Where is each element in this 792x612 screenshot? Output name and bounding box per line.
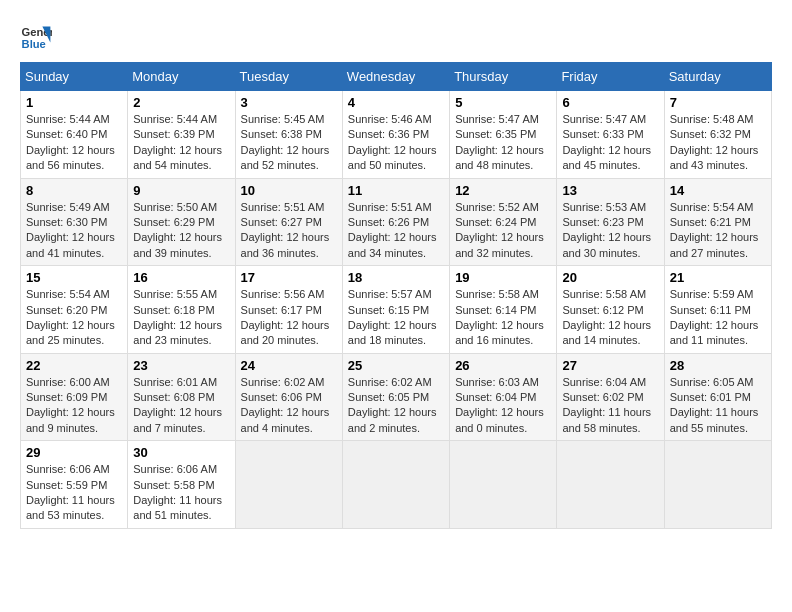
day-info: Sunrise: 5:58 AM Sunset: 6:14 PM Dayligh…	[455, 287, 551, 349]
day-number: 15	[26, 270, 122, 285]
day-info: Sunrise: 6:06 AM Sunset: 5:59 PM Dayligh…	[26, 462, 122, 524]
logo-icon: General Blue	[20, 20, 52, 52]
day-info: Sunrise: 6:03 AM Sunset: 6:04 PM Dayligh…	[455, 375, 551, 437]
calendar-week-4: 22 Sunrise: 6:00 AM Sunset: 6:09 PM Dayl…	[21, 353, 772, 441]
calendar-cell: 28 Sunrise: 6:05 AM Sunset: 6:01 PM Dayl…	[664, 353, 771, 441]
day-info: Sunrise: 5:44 AM Sunset: 6:40 PM Dayligh…	[26, 112, 122, 174]
day-info: Sunrise: 6:02 AM Sunset: 6:06 PM Dayligh…	[241, 375, 337, 437]
day-info: Sunrise: 5:51 AM Sunset: 6:27 PM Dayligh…	[241, 200, 337, 262]
day-number: 7	[670, 95, 766, 110]
day-info: Sunrise: 5:55 AM Sunset: 6:18 PM Dayligh…	[133, 287, 229, 349]
calendar-cell: 8 Sunrise: 5:49 AM Sunset: 6:30 PM Dayli…	[21, 178, 128, 266]
calendar-cell: 20 Sunrise: 5:58 AM Sunset: 6:12 PM Dayl…	[557, 266, 664, 354]
calendar-cell: 26 Sunrise: 6:03 AM Sunset: 6:04 PM Dayl…	[450, 353, 557, 441]
day-number: 4	[348, 95, 444, 110]
day-number: 28	[670, 358, 766, 373]
day-number: 30	[133, 445, 229, 460]
day-number: 22	[26, 358, 122, 373]
calendar-cell: 7 Sunrise: 5:48 AM Sunset: 6:32 PM Dayli…	[664, 91, 771, 179]
day-info: Sunrise: 5:58 AM Sunset: 6:12 PM Dayligh…	[562, 287, 658, 349]
calendar-cell	[557, 441, 664, 529]
day-number: 8	[26, 183, 122, 198]
calendar-cell: 17 Sunrise: 5:56 AM Sunset: 6:17 PM Dayl…	[235, 266, 342, 354]
day-info: Sunrise: 5:56 AM Sunset: 6:17 PM Dayligh…	[241, 287, 337, 349]
calendar-cell: 9 Sunrise: 5:50 AM Sunset: 6:29 PM Dayli…	[128, 178, 235, 266]
day-number: 19	[455, 270, 551, 285]
calendar-cell: 13 Sunrise: 5:53 AM Sunset: 6:23 PM Dayl…	[557, 178, 664, 266]
calendar-cell	[342, 441, 449, 529]
day-info: Sunrise: 5:45 AM Sunset: 6:38 PM Dayligh…	[241, 112, 337, 174]
day-info: Sunrise: 5:46 AM Sunset: 6:36 PM Dayligh…	[348, 112, 444, 174]
calendar-cell: 4 Sunrise: 5:46 AM Sunset: 6:36 PM Dayli…	[342, 91, 449, 179]
weekday-header-sunday: Sunday	[21, 63, 128, 91]
day-number: 5	[455, 95, 551, 110]
day-number: 2	[133, 95, 229, 110]
day-info: Sunrise: 5:53 AM Sunset: 6:23 PM Dayligh…	[562, 200, 658, 262]
weekday-header-monday: Monday	[128, 63, 235, 91]
weekday-header-tuesday: Tuesday	[235, 63, 342, 91]
calendar-cell	[235, 441, 342, 529]
calendar-cell: 14 Sunrise: 5:54 AM Sunset: 6:21 PM Dayl…	[664, 178, 771, 266]
calendar-cell: 30 Sunrise: 6:06 AM Sunset: 5:58 PM Dayl…	[128, 441, 235, 529]
day-number: 29	[26, 445, 122, 460]
weekday-header-thursday: Thursday	[450, 63, 557, 91]
day-number: 21	[670, 270, 766, 285]
calendar-cell	[664, 441, 771, 529]
day-number: 12	[455, 183, 551, 198]
day-number: 1	[26, 95, 122, 110]
header-row: SundayMondayTuesdayWednesdayThursdayFrid…	[21, 63, 772, 91]
day-number: 3	[241, 95, 337, 110]
calendar-week-5: 29 Sunrise: 6:06 AM Sunset: 5:59 PM Dayl…	[21, 441, 772, 529]
calendar-cell: 10 Sunrise: 5:51 AM Sunset: 6:27 PM Dayl…	[235, 178, 342, 266]
day-info: Sunrise: 5:47 AM Sunset: 6:33 PM Dayligh…	[562, 112, 658, 174]
day-number: 24	[241, 358, 337, 373]
day-info: Sunrise: 5:49 AM Sunset: 6:30 PM Dayligh…	[26, 200, 122, 262]
header: General Blue	[20, 20, 772, 52]
day-info: Sunrise: 5:51 AM Sunset: 6:26 PM Dayligh…	[348, 200, 444, 262]
day-info: Sunrise: 5:52 AM Sunset: 6:24 PM Dayligh…	[455, 200, 551, 262]
calendar-cell: 22 Sunrise: 6:00 AM Sunset: 6:09 PM Dayl…	[21, 353, 128, 441]
calendar-cell: 18 Sunrise: 5:57 AM Sunset: 6:15 PM Dayl…	[342, 266, 449, 354]
day-number: 9	[133, 183, 229, 198]
calendar-week-1: 1 Sunrise: 5:44 AM Sunset: 6:40 PM Dayli…	[21, 91, 772, 179]
day-info: Sunrise: 6:01 AM Sunset: 6:08 PM Dayligh…	[133, 375, 229, 437]
weekday-header-friday: Friday	[557, 63, 664, 91]
calendar-table: SundayMondayTuesdayWednesdayThursdayFrid…	[20, 62, 772, 529]
day-info: Sunrise: 5:48 AM Sunset: 6:32 PM Dayligh…	[670, 112, 766, 174]
day-info: Sunrise: 5:50 AM Sunset: 6:29 PM Dayligh…	[133, 200, 229, 262]
day-number: 13	[562, 183, 658, 198]
day-info: Sunrise: 5:44 AM Sunset: 6:39 PM Dayligh…	[133, 112, 229, 174]
day-number: 27	[562, 358, 658, 373]
calendar-cell	[450, 441, 557, 529]
day-info: Sunrise: 5:59 AM Sunset: 6:11 PM Dayligh…	[670, 287, 766, 349]
day-info: Sunrise: 6:05 AM Sunset: 6:01 PM Dayligh…	[670, 375, 766, 437]
calendar-cell: 21 Sunrise: 5:59 AM Sunset: 6:11 PM Dayl…	[664, 266, 771, 354]
calendar-cell: 11 Sunrise: 5:51 AM Sunset: 6:26 PM Dayl…	[342, 178, 449, 266]
calendar-cell: 6 Sunrise: 5:47 AM Sunset: 6:33 PM Dayli…	[557, 91, 664, 179]
calendar-week-2: 8 Sunrise: 5:49 AM Sunset: 6:30 PM Dayli…	[21, 178, 772, 266]
calendar-week-3: 15 Sunrise: 5:54 AM Sunset: 6:20 PM Dayl…	[21, 266, 772, 354]
day-number: 11	[348, 183, 444, 198]
day-number: 10	[241, 183, 337, 198]
calendar-cell: 5 Sunrise: 5:47 AM Sunset: 6:35 PM Dayli…	[450, 91, 557, 179]
calendar-cell: 15 Sunrise: 5:54 AM Sunset: 6:20 PM Dayl…	[21, 266, 128, 354]
calendar-cell: 1 Sunrise: 5:44 AM Sunset: 6:40 PM Dayli…	[21, 91, 128, 179]
calendar-cell: 27 Sunrise: 6:04 AM Sunset: 6:02 PM Dayl…	[557, 353, 664, 441]
logo: General Blue	[20, 20, 56, 52]
day-number: 18	[348, 270, 444, 285]
day-number: 25	[348, 358, 444, 373]
day-info: Sunrise: 5:54 AM Sunset: 6:20 PM Dayligh…	[26, 287, 122, 349]
day-info: Sunrise: 6:04 AM Sunset: 6:02 PM Dayligh…	[562, 375, 658, 437]
calendar-cell: 23 Sunrise: 6:01 AM Sunset: 6:08 PM Dayl…	[128, 353, 235, 441]
weekday-header-wednesday: Wednesday	[342, 63, 449, 91]
day-info: Sunrise: 5:54 AM Sunset: 6:21 PM Dayligh…	[670, 200, 766, 262]
day-number: 20	[562, 270, 658, 285]
weekday-header-saturday: Saturday	[664, 63, 771, 91]
day-number: 6	[562, 95, 658, 110]
day-number: 23	[133, 358, 229, 373]
day-info: Sunrise: 6:00 AM Sunset: 6:09 PM Dayligh…	[26, 375, 122, 437]
day-number: 17	[241, 270, 337, 285]
calendar-cell: 12 Sunrise: 5:52 AM Sunset: 6:24 PM Dayl…	[450, 178, 557, 266]
calendar-cell: 24 Sunrise: 6:02 AM Sunset: 6:06 PM Dayl…	[235, 353, 342, 441]
svg-text:Blue: Blue	[22, 38, 46, 50]
